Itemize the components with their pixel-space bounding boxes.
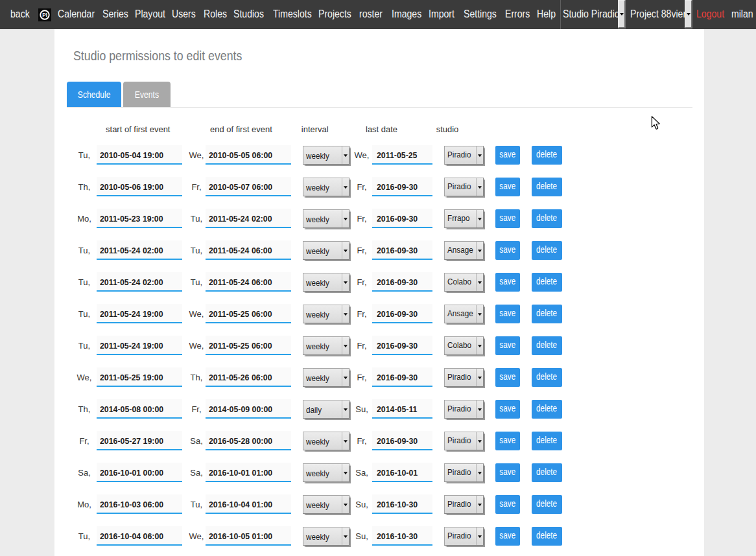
svg-text:PI: PI xyxy=(42,12,47,18)
